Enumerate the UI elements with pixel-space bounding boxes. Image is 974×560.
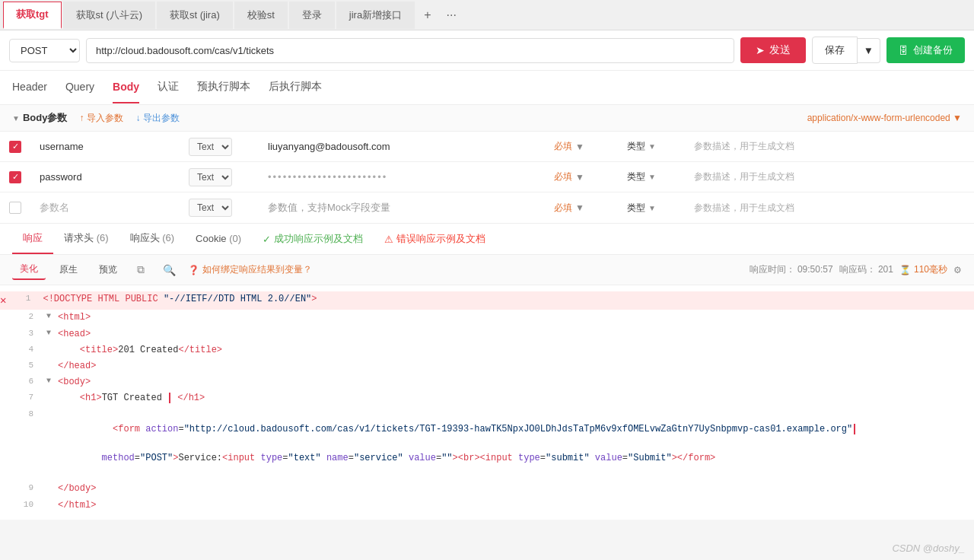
type-label-dropdown-icon: ▼ xyxy=(648,173,656,181)
row-1-type-select[interactable]: Text xyxy=(189,138,232,156)
sub-tab-bar: Header Query Body 认证 预执行脚本 后执行脚本 xyxy=(0,71,974,105)
tab-post-script[interactable]: 后执行脚本 xyxy=(269,71,322,104)
beautify-button[interactable]: 美化 xyxy=(12,259,46,280)
row-1-type-label: 类型 ▼ xyxy=(624,137,685,156)
tab-pre-script[interactable]: 预执行脚本 xyxy=(197,71,250,104)
copy-icon[interactable]: ⧉ xyxy=(131,260,151,279)
error-icon: ⚠ xyxy=(384,234,393,245)
row-1-desc[interactable]: 参数描述，用于生成文档 xyxy=(685,134,974,159)
row-3-type-select[interactable]: Text xyxy=(189,199,232,217)
required-dropdown-icon: ▼ xyxy=(575,142,584,152)
cursor-indicator xyxy=(169,393,170,403)
save-button[interactable]: 保存 xyxy=(812,37,858,64)
resp-tab-success[interactable]: ✓ 成功响应示例及文档 xyxy=(252,224,374,253)
resp-time-value: 09:50:57 xyxy=(797,264,833,275)
row-2-type[interactable]: Text xyxy=(183,165,259,189)
save-dropdown-button[interactable]: ▼ xyxy=(858,38,880,63)
method-select[interactable]: POST GET PUT DELETE xyxy=(9,39,80,62)
row-2-name[interactable]: password xyxy=(30,165,183,189)
error-marker: ✕ xyxy=(0,292,6,309)
search-icon[interactable]: 🔍 xyxy=(157,261,182,279)
bind-variable-link[interactable]: ❓ 如何绑定响应结果到变量？ xyxy=(188,263,312,276)
code-editor[interactable]: ✕ 1 <!DOCTYPE HTML PUBLIC "-//IETF//DTD … xyxy=(0,285,974,520)
row-3-checkbox[interactable] xyxy=(0,202,30,214)
url-bar: POST GET PUT DELETE ➤ 发送 保存 ▼ 🗄 创建备份 xyxy=(0,30,974,71)
line-number: 10 xyxy=(12,498,43,512)
resp-tab-response[interactable]: 响应 xyxy=(12,224,53,254)
code-line-8: 8 <form action="http://cloud.badousoft.c… xyxy=(0,407,974,482)
tab-jira-api[interactable]: jira新增接口 xyxy=(336,2,415,29)
cursor-indicator xyxy=(854,424,855,434)
collapse-icon[interactable]: ▼ xyxy=(43,310,55,323)
line-number: 5 xyxy=(12,359,43,373)
code-line-9: 9 </body> xyxy=(0,481,974,497)
tab-bar: 获取tgt 获取st (八斗云) 获取st (jira) 校验st 登录 jir… xyxy=(0,0,974,30)
row-1-value[interactable]: liuyanyang@badousoft.com xyxy=(259,135,548,158)
export-params-button[interactable]: ↓ 导出参数 xyxy=(135,112,180,125)
tab-tgt[interactable]: 获取tgt xyxy=(3,2,62,29)
row-2-type-select[interactable]: Text xyxy=(189,168,232,186)
body-params-header: ▼ Body参数 ↑ 导入参数 ↓ 导出参数 application/x-www… xyxy=(0,105,974,132)
line-content: </html> xyxy=(55,498,974,513)
table-row: ✓ username Text liuyanyang@badousoft.com… xyxy=(0,132,974,162)
tab-verify[interactable]: 校验st xyxy=(234,2,288,29)
collapse-icon[interactable]: ▼ xyxy=(43,375,55,387)
line-number: 6 xyxy=(12,375,43,389)
content-type-label[interactable]: application/x-www-form-urlencoded ▼ xyxy=(807,113,962,123)
export-icon: ↓ xyxy=(135,113,140,123)
resp-tab-cookie[interactable]: Cookie (0) xyxy=(185,225,252,253)
row-1-required[interactable]: 必填 ▼ xyxy=(548,137,624,156)
row-2-required[interactable]: 必填 ▼ xyxy=(548,167,624,186)
table-row: 参数名 Text 参数值，支持Mock字段变量 必填 ▼ 类型 ▼ 参数描述，用… xyxy=(0,192,974,223)
collapse-icon[interactable]: ▼ xyxy=(43,327,55,339)
checkbox-unchecked-icon xyxy=(9,202,21,214)
row-2-desc[interactable]: 参数描述，用于生成文档 xyxy=(685,164,974,189)
body-params-label: ▼ Body参数 xyxy=(12,111,67,125)
row-3-type[interactable]: Text xyxy=(183,196,259,220)
raw-button[interactable]: 原生 xyxy=(52,260,85,279)
resp-ms-label: ⏳ 110毫秒 xyxy=(899,263,947,276)
tab-query[interactable]: Query xyxy=(65,72,94,103)
row-1-type[interactable]: Text xyxy=(183,135,259,159)
content-type-dropdown-icon: ▼ xyxy=(953,113,962,123)
line-content: <body> xyxy=(55,375,974,390)
row-1-checkbox[interactable]: ✓ xyxy=(0,141,30,153)
line-content: <html> xyxy=(55,310,974,325)
resp-tab-error[interactable]: ⚠ 错误响应示例及文档 xyxy=(374,224,496,253)
tab-header[interactable]: Header xyxy=(12,72,47,103)
create-backup-button[interactable]: 🗄 创建备份 xyxy=(886,37,965,63)
import-params-button[interactable]: ↑ 导入参数 xyxy=(79,112,123,125)
line-number: 1 xyxy=(9,292,40,306)
resp-tab-req-header[interactable]: 请求头 (6) xyxy=(53,224,119,254)
row-3-type-label: 类型 ▼ xyxy=(624,199,685,218)
line-content: <title>201 Created</title> xyxy=(55,343,974,358)
tab-body[interactable]: Body xyxy=(113,72,139,103)
line-content: </head> xyxy=(55,359,974,374)
preview-button[interactable]: 预览 xyxy=(91,260,125,279)
line-content: <form action="http://cloud.badousoft.com… xyxy=(55,408,974,481)
tab-st-badu[interactable]: 获取st (八斗云) xyxy=(63,2,155,29)
add-tab-button[interactable]: + xyxy=(416,4,438,27)
row-3-value[interactable]: 参数值，支持Mock字段变量 xyxy=(259,195,548,221)
tab-login[interactable]: 登录 xyxy=(289,2,335,29)
more-tabs-button[interactable]: ··· xyxy=(439,4,464,27)
tab-st-jira[interactable]: 获取st (jira) xyxy=(157,2,233,29)
send-button[interactable]: ➤ 发送 xyxy=(740,37,806,63)
line-number: 7 xyxy=(12,391,43,405)
row-2-checkbox[interactable]: ✓ xyxy=(0,171,30,183)
resp-tab-resp-header[interactable]: 响应头 (6) xyxy=(119,224,186,254)
tab-auth[interactable]: 认证 xyxy=(158,71,179,104)
row-3-desc[interactable]: 参数描述，用于生成文档 xyxy=(685,196,974,221)
resp-code-label: 响应码： 201 xyxy=(839,263,893,276)
code-line-3: 3 ▼ <head> xyxy=(0,326,974,342)
url-input[interactable] xyxy=(86,38,734,63)
row-1-name[interactable]: username xyxy=(30,135,183,158)
row-3-name[interactable]: 参数名 xyxy=(30,195,183,221)
line-number: 2 xyxy=(12,310,43,324)
send-label: 发送 xyxy=(769,43,791,57)
row-3-required[interactable]: 必填 ▼ xyxy=(548,199,624,218)
code-line-1: ✕ 1 <!DOCTYPE HTML PUBLIC "-//IETF//DTD … xyxy=(0,291,974,310)
row-2-value: •••••••••••••••••••••••• xyxy=(259,165,548,189)
settings-icon[interactable]: ⚙ xyxy=(953,265,962,275)
collapse-icon[interactable]: ▼ xyxy=(12,114,20,123)
